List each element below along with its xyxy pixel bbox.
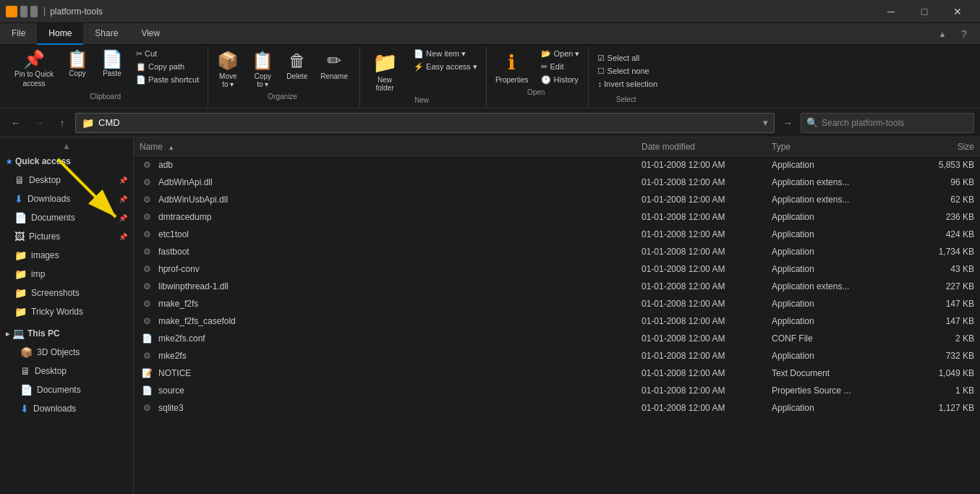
- sidebar-quick-access-header[interactable]: ★ Quick access: [0, 152, 133, 171]
- table-row[interactable]: ⚙ etc1tool 01-01-2008 12:00 AM Applicati…: [134, 226, 980, 243]
- sidebar-item-downloads-pc[interactable]: ⬇ Downloads: [0, 399, 133, 418]
- table-row[interactable]: ⚙ make_f2fs 01-01-2008 12:00 AM Applicat…: [134, 295, 980, 312]
- close-button[interactable]: ✕: [941, 0, 974, 23]
- file-icon-adbwinapi: ⚙: [140, 176, 154, 188]
- file-size-make-f2fs: 147 KB: [902, 299, 974, 309]
- table-row[interactable]: ⚙ make_f2fs_casefold 01-01-2008 12:00 AM…: [134, 312, 980, 330]
- file-name-make-f2fs-casefold: make_f2fs_casefold: [158, 316, 236, 326]
- address-dropdown-arrow[interactable]: ▾: [763, 117, 768, 128]
- ribbon-up-button[interactable]: ▲: [932, 24, 953, 44]
- ribbon-clipboard-section: 📌 Pin to Quickaccess 📋 Copy 📄 Paste ✂ Cu…: [6, 48, 208, 107]
- new-item-button[interactable]: 📄 New item ▾: [411, 48, 480, 60]
- copy-to-button[interactable]: 📋 Copyto ▾: [246, 48, 279, 91]
- back-button[interactable]: ←: [6, 113, 26, 133]
- main-content: ▲ ★ Quick access 🖥 Desktop 📌 ⬇ Downloads…: [0, 137, 980, 494]
- column-size-header[interactable]: Size: [902, 142, 974, 152]
- up-button[interactable]: ↑: [52, 113, 72, 133]
- invert-selection-button[interactable]: ↕ Invert selection: [595, 78, 660, 90]
- file-name-adbwinusbapi: AdbWinUsbApi.dll: [158, 195, 228, 205]
- maximize-button[interactable]: □: [908, 0, 941, 23]
- rename-button[interactable]: ✏ Rename: [315, 48, 354, 83]
- file-size-adbwinusbapi: 62 KB: [902, 195, 974, 205]
- downloads-pc-label: Downloads: [33, 404, 76, 414]
- sidebar-item-tricky-worlds[interactable]: 📁 Tricky Worlds: [0, 302, 133, 321]
- open-button[interactable]: 📂 Open ▾: [538, 48, 582, 60]
- search-placeholder: Search platform-tools: [822, 118, 904, 128]
- file-name-libwinpthread: libwinpthread-1.dll: [158, 281, 229, 291]
- open-label: Open: [490, 87, 583, 99]
- history-button[interactable]: 🕐 History: [538, 74, 582, 86]
- tab-file[interactable]: File: [0, 23, 37, 45]
- tricky-worlds-label: Tricky Worlds: [31, 307, 83, 317]
- copy-large-button[interactable]: 📋 Copy: [61, 48, 94, 80]
- paste-large-icon: 📄: [101, 51, 123, 68]
- table-row[interactable]: 📄 source 01-01-2008 12:00 AM Properties …: [134, 382, 980, 399]
- forward-button[interactable]: →: [29, 113, 49, 133]
- easy-access-button[interactable]: ⚡ Easy access ▾: [411, 61, 480, 73]
- move-to-button[interactable]: 📦 Moveto ▾: [211, 48, 244, 91]
- file-name-cell: ⚙ adb: [140, 159, 642, 171]
- select-none-button[interactable]: ☐ Select none: [595, 65, 660, 77]
- sidebar-item-downloads[interactable]: ⬇ Downloads 📌: [0, 189, 133, 208]
- table-row[interactable]: ⚙ libwinpthread-1.dll 01-01-2008 12:00 A…: [134, 278, 980, 295]
- table-row[interactable]: ⚙ AdbWinApi.dll 01-01-2008 12:00 AM Appl…: [134, 174, 980, 191]
- paste-large-button[interactable]: 📄 Paste: [95, 48, 129, 80]
- sidebar-item-documents[interactable]: 📄 Documents 📌: [0, 208, 133, 227]
- column-type-header[interactable]: Type: [772, 142, 902, 152]
- table-row[interactable]: 📝 NOTICE 01-01-2008 12:00 AM Text Docume…: [134, 365, 980, 382]
- address-go-button[interactable]: →: [777, 113, 798, 133]
- tab-share[interactable]: Share: [83, 23, 129, 45]
- minimize-button[interactable]: ─: [874, 0, 908, 23]
- ribbon-open-section: ℹ Properties 📂 Open ▾ ✏ Edit 🕐 History O…: [487, 48, 589, 107]
- sidebar-item-desktop[interactable]: 🖥 Desktop 📌: [0, 171, 133, 189]
- paste-shortcut-button[interactable]: 📄 Paste shortcut: [133, 74, 202, 86]
- sidebar-item-desktop-pc[interactable]: 🖥 Desktop: [0, 362, 133, 380]
- cut-button[interactable]: ✂ Cut: [133, 48, 202, 60]
- ribbon: 📌 Pin to Quickaccess 📋 Copy 📄 Paste ✂ Cu…: [0, 45, 980, 108]
- edit-button[interactable]: ✏ Edit: [538, 61, 582, 73]
- sidebar-item-imp[interactable]: 📁 imp: [0, 265, 133, 284]
- search-input[interactable]: Search platform-tools: [801, 113, 974, 133]
- tab-view[interactable]: View: [129, 23, 171, 45]
- copy-path-button[interactable]: 📋 Copy path: [133, 61, 202, 73]
- table-row[interactable]: ⚙ fastboot 01-01-2008 12:00 AM Applicati…: [134, 243, 980, 260]
- help-button[interactable]: ?: [954, 24, 974, 44]
- sidebar-item-documents-pc[interactable]: 📄 Documents: [0, 380, 133, 399]
- table-row[interactable]: ⚙ dmtracedump 01-01-2008 12:00 AM Applic…: [134, 208, 980, 226]
- this-pc-expand-icon: ▸: [6, 330, 9, 338]
- documents-pc-label: Documents: [37, 385, 81, 395]
- file-icon-adbwinusbapi: ⚙: [140, 194, 154, 205]
- sidebar-item-images[interactable]: 📁 images: [0, 246, 133, 265]
- column-name-header[interactable]: Name ▲: [140, 142, 642, 152]
- column-date-header[interactable]: Date modified: [642, 142, 772, 152]
- table-row[interactable]: ⚙ adb 01-01-2008 12:00 AM Application 5,…: [134, 156, 980, 174]
- table-row[interactable]: ⚙ sqlite3 01-01-2008 12:00 AM Applicatio…: [134, 399, 980, 417]
- desktop-pc-label: Desktop: [35, 366, 67, 376]
- file-size-dmtracedump: 236 KB: [902, 212, 974, 222]
- imp-label: imp: [31, 269, 45, 279]
- select-all-button[interactable]: ☑ Select all: [595, 52, 660, 64]
- table-row[interactable]: ⚙ hprof-conv 01-01-2008 12:00 AM Applica…: [134, 260, 980, 278]
- delete-button[interactable]: 🗑 Delete: [281, 48, 313, 83]
- table-row[interactable]: 📄 mke2fs.conf 01-01-2008 12:00 AM CONF F…: [134, 330, 980, 347]
- address-bar-input[interactable]: 📁 CMD ▾: [75, 113, 775, 133]
- tricky-worlds-folder-icon: 📁: [14, 306, 27, 318]
- organize-items: 📦 Moveto ▾ 📋 Copyto ▾ 🗑 Delete ✏ Rename: [211, 48, 354, 91]
- tab-home[interactable]: Home: [37, 23, 83, 45]
- table-row[interactable]: ⚙ AdbWinUsbApi.dll 01-01-2008 12:00 AM A…: [134, 191, 980, 208]
- new-folder-button[interactable]: 📁 Newfolder: [363, 48, 406, 95]
- title-controls: ─ □ ✕: [874, 0, 974, 23]
- sidebar-this-pc-header[interactable]: ▸ 💻 This PC: [0, 324, 133, 343]
- pin-to-quick-access-button[interactable]: 📌 Pin to Quickaccess: [9, 48, 59, 91]
- file-name-notice: NOTICE: [158, 368, 191, 378]
- rename-icon: ✏: [327, 51, 341, 71]
- sidebar-item-pictures[interactable]: 🖼 Pictures 📌: [0, 227, 133, 246]
- file-name-cell: ⚙ AdbWinUsbApi.dll: [140, 194, 642, 205]
- table-row[interactable]: ⚙ mke2fs 01-01-2008 12:00 AM Application…: [134, 347, 980, 365]
- sidebar-item-screenshots[interactable]: 📁 Screenshots: [0, 284, 133, 302]
- sidebar-item-3d-objects[interactable]: 📦 3D Objects: [0, 343, 133, 362]
- properties-button[interactable]: ℹ Properties: [490, 48, 534, 87]
- sidebar-scroll-up[interactable]: ▲: [0, 140, 133, 152]
- address-bar: ← → ↑ 📁 CMD ▾ → 🔍 Search platform-tools: [0, 108, 980, 137]
- file-name-cell: ⚙ make_f2fs_casefold: [140, 315, 642, 327]
